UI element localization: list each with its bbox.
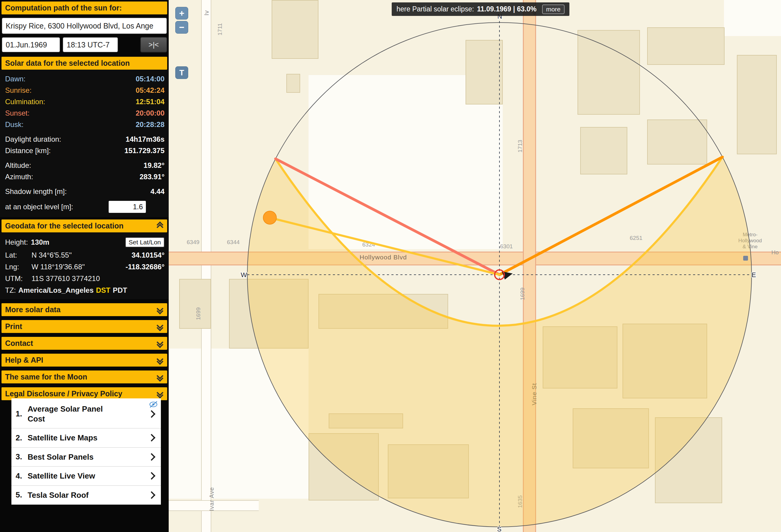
geodata-row-height: Height: 130m Set Lat/Lon [0,235,169,249]
geodata-row-tz: TZ: America/Los_Angeles DST PDT [0,284,169,296]
sidebar: Computation path of the sun for: >|< Sol… [0,0,169,532]
location-search-input[interactable] [1,17,167,34]
building [286,74,300,93]
tz-label: TZ: [5,286,16,294]
solar-row-dawn: Dawn: 05:14:00 [0,73,169,85]
map[interactable]: 6349 6344 6324 6301 6251 1711 1713 1699 … [169,0,781,532]
time-input[interactable] [63,37,118,52]
street-label-hollywood: Hollywood Blvd [360,254,407,261]
building [655,417,722,503]
geodata-header[interactable]: Geodata for the selected location [1,219,167,232]
ad-link-1[interactable]: 1. Average Solar Panel Cost [11,400,161,428]
house-number: 6301 [500,243,513,250]
expand-down-icon [158,340,162,347]
building [647,27,725,65]
building [465,40,503,105]
house-number: 6251 [630,235,642,241]
date-input[interactable] [1,37,60,52]
solar-data-header[interactable]: Solar data for the selected location [1,57,167,70]
expand-down-icon [158,357,162,364]
house-number: 6324 [362,241,375,248]
solar-data-panel: Dawn: 05:14:00 Sunrise: 05:42:24 Culmina… [0,70,169,217]
expand-down-icon [158,390,162,398]
eclipse-banner-text: here Partial solar eclipse: [397,5,474,13]
expand-down-icon [158,306,162,314]
section-print[interactable]: Print [1,320,167,333]
house-number: 1713 [517,140,524,153]
street-label-vine: Vine St [531,383,538,405]
height-value: 130m [31,238,49,246]
building [179,279,211,329]
building [388,444,469,498]
building [229,279,309,349]
building [329,413,403,428]
location-marker[interactable] [495,270,504,280]
ad-link-3[interactable]: 3. Best Solar Panels [11,448,161,467]
poi-metro-hollywood-vine: Metro- Hollywood & Vine [731,232,770,250]
ad-panel: 1. Average Solar Panel Cost 2. Satellite… [11,398,161,505]
building [319,294,448,329]
object-level-row: at an object level [m]: [0,199,169,215]
geodata-row-lat: Lat: N 34°6'5.55'' 34.10154° [0,249,169,261]
lat-label: Lat: [5,251,32,259]
section-contact[interactable]: Contact [1,337,167,350]
map-open-area [724,0,781,36]
solar-row-azimuth: Azimuth: 283.91° [0,171,169,182]
terrain-layer-button[interactable]: T [175,66,188,79]
solar-row-distance: Distance [km]: 151.729.375 [0,145,169,156]
ad-link-2[interactable]: 2. Satellite Live Maps [11,428,161,448]
solar-row-daylight: Daylight duration: 14h17m36s [0,134,169,145]
house-number: 1635 [517,495,524,508]
building [580,127,627,174]
map-open-area [169,349,309,499]
zoom-out-button[interactable]: − [175,21,188,34]
sun-position-marker[interactable] [263,211,277,224]
hide-ad-eye-icon[interactable] [149,401,158,409]
object-level-label: at an object level [m]: [5,203,73,211]
building [573,408,649,468]
object-level-input[interactable] [109,201,146,213]
house-number: 1699 [519,288,526,300]
road-ivar-ave [201,0,211,532]
building [577,30,640,115]
road-hollywood-blvd [169,252,781,265]
chevron-right-icon [148,434,155,442]
metro-station-icon [743,256,748,260]
building [543,326,617,388]
page: { "sidebar": { "computation_header": "Co… [0,0,781,532]
street-label-ivar: Ivar Ave [208,487,215,511]
now-button[interactable]: >|< [140,37,167,52]
chevron-right-icon [148,472,155,480]
chevron-right-icon [148,491,155,499]
road-vine-st [523,0,536,532]
computation-header-label: Computation path of the sun for: [5,4,122,12]
zoom-in-button[interactable]: + [175,7,188,19]
lat-decimal: 34.10154° [131,251,164,259]
street-label-ivar-short: Iv [203,10,210,15]
utm-value: 11S 377610 3774210 [32,275,100,283]
tz-abbr: PDT [113,286,127,294]
utm-label: UTM: [5,275,32,283]
tz-name: America/Los_Angeles [18,286,94,294]
section-moon[interactable]: The same for the Moon [1,370,167,383]
solar-row-sunset: Sunset: 20:00:00 [0,108,169,119]
ad-link-4[interactable]: 4. Satellite Live View [11,466,161,486]
solar-row-culmination: Culmination: 12:51:04 [0,96,169,108]
eclipse-more-button[interactable]: more [542,4,565,14]
building [737,55,777,154]
collapse-up-icon[interactable] [158,222,162,230]
geodata-header-label: Geodata for the selected location [5,221,124,230]
eclipse-banner-value: 11.09.1969 | 63.0% [477,5,536,13]
house-number: 6344 [227,239,240,246]
ad-link-5[interactable]: 5. Tesla Solar Roof [11,486,161,505]
solar-data-header-label: Solar data for the selected location [5,59,130,68]
solar-row-dusk: Dusk: 20:28:28 [0,119,169,130]
set-latlon-button[interactable]: Set Lat/Lon [125,237,164,247]
geodata-row-utm: UTM: 11S 377610 3774210 [0,273,169,284]
computation-header: Computation path of the sun for: [1,1,167,14]
geodata-panel: Height: 130m Set Lat/Lon Lat: N 34°6'5.5… [0,232,169,299]
building [647,120,707,165]
expand-down-icon [158,323,162,330]
section-help-api[interactable]: Help & API [1,354,167,367]
section-more-solar-data[interactable]: More solar data [1,303,167,316]
